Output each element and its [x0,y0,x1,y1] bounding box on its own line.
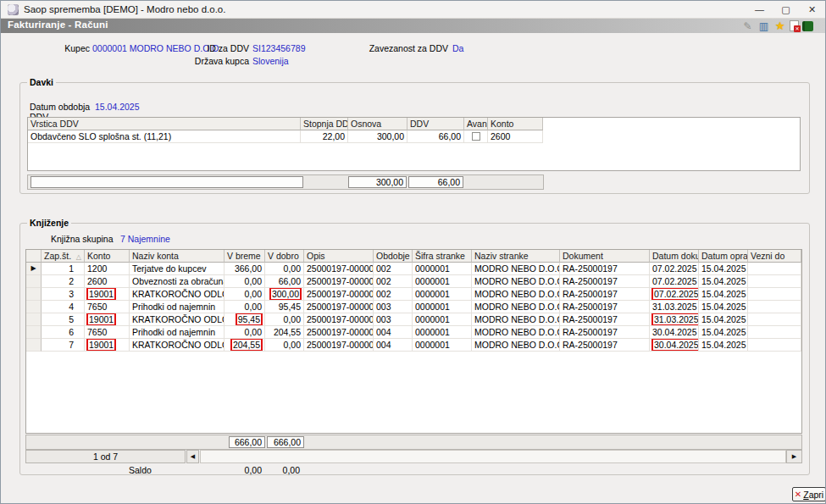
cell-vezni[interactable] [748,313,801,326]
cell-datdok[interactable]: 31.03.2025 [650,301,699,313]
posting-row[interactable]: 67650Prihodki od najemnin0,00204,5525000… [26,326,801,339]
cell-dok[interactable]: RA-25000197 [560,263,650,275]
horizontal-scrollbar[interactable] [200,450,786,463]
cell-naziv[interactable]: KRATKOROČNO ODLOŽENI [130,288,225,301]
cell-obd[interactable]: 002 [374,275,413,288]
column-header-breme[interactable]: V breme [225,250,265,263]
cell-breme[interactable]: 95,45 [225,313,265,326]
cell-datopr[interactable]: 15.04.2025 [699,339,748,352]
cell-breme[interactable]: 0,00 [225,301,265,313]
cell-datdok[interactable]: 07.02.2025 [650,288,699,301]
cell-datdok[interactable]: 31.03.2025 [650,313,699,326]
book-icon[interactable] [802,21,813,31]
cell-dobro[interactable]: 0,00 [265,339,304,352]
cell-zap[interactable]: 7 [42,339,85,352]
column-header-vezni[interactable]: Vezni do [748,250,801,263]
cell-vezni[interactable] [748,301,801,313]
cell-opis[interactable]: 25000197-0000001 [304,313,374,326]
row-selector-cell[interactable]: ▶ [26,263,42,275]
cell-dobro[interactable]: 66,00 [265,275,304,288]
cell-dobro[interactable]: 0,00 [265,313,304,326]
cell-datdok[interactable]: 07.02.2025 [650,275,699,288]
column-header-vrstica[interactable]: Vrstica DDV [28,118,301,130]
cell-zap[interactable]: 4 [42,301,85,313]
cell-vrstica[interactable]: Obdavčeno SLO splošna st. (11,21) [28,130,301,143]
cell-vezni[interactable] [748,275,801,288]
cell-stopnja[interactable]: 22,00 [301,130,348,143]
cell-datdok[interactable]: 30.04.2025 [650,326,699,339]
cell-sifra[interactable]: 0000001 [413,275,472,288]
cell-opis[interactable]: 25000197-0000001 [304,288,374,301]
row-selector-cell[interactable] [26,288,42,301]
cell-naziv[interactable]: Prihodki od najemnin [130,301,225,313]
cell-dok[interactable]: RA-25000197 [560,339,650,352]
posting-row[interactable]: 519001KRATKOROČNO ODLOŽENI95,450,0025000… [26,313,801,326]
scroll-right-button[interactable]: ▶ [786,450,802,463]
column-header-stopnja[interactable]: Stopnja DDV [301,118,348,130]
cell-zap[interactable]: 5 [42,313,85,326]
posting-row[interactable]: 719001KRATKOROČNO ODLOŽENI204,550,002500… [26,339,801,352]
cell-naziv[interactable]: Obveznosti za obračunani DDV [130,275,225,288]
cell-datopr[interactable]: 15.04.2025 [699,326,748,339]
row-selector-cell[interactable] [26,301,42,313]
favorite-star-icon[interactable]: ★ [773,20,786,32]
cell-zap[interactable]: 6 [42,326,85,339]
cell-sifra[interactable]: 0000001 [413,263,472,275]
cell-obd[interactable]: 003 [374,301,413,313]
minimize-button[interactable]: — [746,1,773,19]
edit-document-icon[interactable]: ✎ [741,20,754,32]
cell-datopr[interactable]: 15.04.2025 [699,288,748,301]
cell-dok[interactable]: RA-25000197 [560,326,650,339]
cell-datopr[interactable]: 15.04.2025 [699,313,748,326]
row-selector-cell[interactable] [26,313,42,326]
cell-dok[interactable]: RA-25000197 [560,313,650,326]
cell-obd[interactable]: 002 [374,288,413,301]
cell-konto[interactable]: 7650 [85,326,130,339]
posting-row[interactable]: ▶11200Terjatve do kupcev366,000,00250001… [26,263,801,275]
cell-dobro[interactable]: 204,55 [265,326,304,339]
cell-dok[interactable]: RA-25000197 [560,288,650,301]
cell-datopr[interactable]: 15.04.2025 [699,263,748,275]
cell-naziv[interactable]: KRATKOROČNO ODLOŽENI [130,313,225,326]
cell-vezni[interactable] [748,326,801,339]
posting-row[interactable]: 319001KRATKOROČNO ODLOŽENI0,00300,002500… [26,288,801,301]
cell-breme[interactable]: 204,55 [225,339,265,352]
cell-vezni[interactable] [748,288,801,301]
cell-stranka[interactable]: MODRO NEBO D.O.O. [472,339,560,352]
cell-opis[interactable]: 25000197-0000001 [304,326,374,339]
cell-datopr[interactable]: 15.04.2025 [699,275,748,288]
cell-sifra[interactable]: 0000001 [413,313,472,326]
column-header-osnova[interactable]: Osnova [348,118,407,130]
close-window-button[interactable]: ✕ [799,1,825,19]
cell-sifra[interactable]: 0000001 [413,326,472,339]
cell-dok[interactable]: RA-25000197 [560,275,650,288]
row-selector-cell[interactable] [26,326,42,339]
cell-breme[interactable]: 366,00 [225,263,265,275]
column-header-dobro[interactable]: V dobro [265,250,304,263]
scroll-left-button[interactable]: ◀ [186,450,199,463]
cell-vezni[interactable] [748,339,801,352]
column-header-opis[interactable]: Opis [304,250,374,263]
zapri-button[interactable]: ✕ Zapri [792,487,826,501]
column-header-datopr[interactable]: Datum oprav... [699,250,748,263]
cell-avans[interactable] [464,130,488,143]
cell-ddv[interactable]: 66,00 [407,130,464,143]
form-columns-icon[interactable]: ▥ [757,20,770,32]
column-header-konto[interactable]: Konto [488,118,543,130]
column-header-konto[interactable]: Konto [85,250,130,263]
cell-dobro[interactable]: 95,45 [265,301,304,313]
cell-stranka[interactable]: MODRO NEBO D.O.O. [472,263,560,275]
cell-konto[interactable]: 7650 [85,301,130,313]
column-header-avans[interactable]: Avans [464,118,488,130]
row-selector-header[interactable] [26,250,42,263]
cell-opis[interactable]: 25000197-0000001 [304,263,374,275]
cell-dobro[interactable]: 0,00 [265,263,304,275]
column-header-sifra[interactable]: Šifra stranke [413,250,472,263]
cell-dok[interactable]: RA-25000197 [560,301,650,313]
cell-obd[interactable]: 004 [374,339,413,352]
cell-opis[interactable]: 25000197-0000001 [304,301,374,313]
cell-datdok[interactable]: 30.04.2025 [650,339,699,352]
row-selector-cell[interactable] [26,275,42,288]
cell-datdok[interactable]: 07.02.2025 [650,263,699,275]
cell-zap[interactable]: 2 [42,275,85,288]
